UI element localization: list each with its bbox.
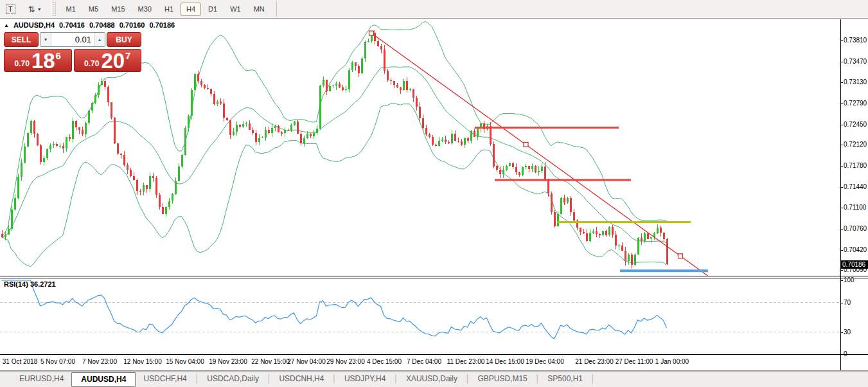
- chart-canvas[interactable]: [0, 19, 868, 371]
- tab-separator: │: [535, 374, 540, 383]
- price-axis-label: 0.71440: [844, 183, 867, 190]
- price-axis-label: 0.70420: [844, 246, 867, 253]
- time-axis-label: 22 Nov 15:00: [251, 358, 290, 365]
- rsi-bottom-border: [0, 354, 868, 355]
- time-axis-label: 5 Nov 07:00: [40, 358, 75, 365]
- rsi-axis-label: 30: [844, 328, 851, 336]
- tab-separator: │: [393, 374, 398, 383]
- price-axis-label: 0.70760: [844, 225, 867, 232]
- time-axis-label: 7 Dec 04:00: [407, 358, 441, 365]
- timeframe-button-MN[interactable]: MN: [248, 3, 270, 16]
- chart-tab-USDJPY-H4[interactable]: USDJPY,H4: [337, 373, 393, 385]
- price-axis-label: 0.73810: [844, 37, 867, 44]
- tile-windows-icon: ⇅: [28, 4, 35, 14]
- time-axis-label: 19 Dec 04:00: [526, 358, 564, 365]
- chart-tabs-bar: EURUSD,H4AUDUSD,H4USDCHF,H4│USDCAD,Daily…: [0, 371, 868, 387]
- timeframe-button-D1[interactable]: D1: [202, 3, 223, 16]
- timeframe-button-W1[interactable]: W1: [224, 3, 247, 16]
- chart-window: ▲ AUDUSD,H4 0.70416 0.70488 0.70160 0.70…: [0, 19, 868, 371]
- toolbar-end-separator: [276, 1, 277, 17]
- timeframe-button-M30[interactable]: M30: [132, 3, 157, 16]
- price-axis-label: 0.71780: [844, 162, 867, 169]
- time-axis-label: 29 Nov 23:00: [326, 358, 365, 365]
- chart-tab-GBPUSD-M15[interactable]: GBPUSD,M15: [470, 373, 535, 385]
- time-axis-label: 7 Nov 23:00: [82, 358, 117, 365]
- time-axis-label: 1 Jan 00:00: [655, 358, 689, 365]
- rsi-axis-label: 100: [844, 276, 855, 284]
- buy-price-panel[interactable]: 0.70 20 7: [74, 49, 142, 72]
- timeframe-toolbar: M1M5M15M30H1H4D1W1MN: [60, 0, 271, 19]
- chart-tab-AUDUSD-H4[interactable]: AUDUSD,H4: [71, 372, 136, 387]
- pane-splitter[interactable]: [0, 276, 868, 276]
- top-toolbar: T ⇅ ▼ M1M5M15M30H1H4D1W1MN: [0, 0, 868, 19]
- time-axis-label: 14 Dec 15:00: [486, 358, 524, 365]
- tile-windows-button[interactable]: ⇅ ▼: [24, 2, 46, 16]
- tab-separator: │: [465, 374, 470, 383]
- buy-price-prefix: 0.70: [84, 59, 99, 68]
- time-axis-label: 27 Dec 11:00: [616, 358, 653, 365]
- toolbar-separator: [51, 2, 56, 16]
- collapse-icon: ▲: [4, 22, 9, 28]
- tab-separator: │: [590, 374, 596, 383]
- sell-price-sup: 6: [56, 50, 61, 61]
- price-axis-label: 0.72450: [844, 121, 867, 128]
- buy-price-big: 20: [101, 51, 125, 71]
- timeframe-button-H4[interactable]: H4: [181, 3, 201, 16]
- bar-high: 0.70488: [89, 21, 115, 29]
- buy-price-sup: 7: [125, 50, 130, 61]
- price-axis-label: 0.73130: [844, 78, 867, 86]
- time-axis-label: 11 Dec 23:00: [447, 358, 485, 365]
- buy-button[interactable]: BUY: [107, 32, 141, 47]
- chart-tab-XAUUSD-Daily[interactable]: XAUUSD,Daily: [398, 373, 465, 385]
- bar-low: 0.70160: [120, 21, 145, 29]
- volume-input[interactable]: 0.01: [51, 33, 94, 46]
- text-tool-icon: T: [6, 4, 15, 14]
- chart-title: ▲ AUDUSD,H4 0.70416 0.70488 0.70160 0.70…: [4, 21, 175, 29]
- tab-separator: │: [195, 374, 200, 383]
- sell-price-big: 18: [31, 51, 55, 71]
- dropdown-arrow-icon: ▼: [37, 7, 42, 12]
- rsi-axis-label: 70: [844, 299, 851, 306]
- chart-tab-USDCHF-H4[interactable]: USDCHF,H4: [136, 373, 194, 385]
- sell-price-prefix: 0.70: [15, 59, 30, 68]
- tab-separator: │: [332, 374, 337, 383]
- pane-splitter-line: [0, 278, 868, 279]
- time-axis-label: 12 Nov 15:00: [123, 358, 162, 365]
- time-axis-label: 19 Nov 23:00: [209, 358, 247, 365]
- bar-open: 0.70416: [59, 21, 85, 29]
- price-axis-label: 0.71100: [844, 204, 866, 211]
- chart-tab-SP500-H1[interactable]: SP500,H1: [540, 373, 590, 385]
- sell-price-panel[interactable]: 0.70 18 6: [4, 49, 72, 72]
- one-click-trading-panel: SELL ▼ 0.01 ▲ BUY 0.70 18 6 0.70 20 7: [4, 32, 141, 72]
- timeframe-button-M1[interactable]: M1: [60, 3, 82, 16]
- sell-button[interactable]: SELL: [4, 32, 39, 47]
- current-price-badge: 0.70186: [841, 260, 868, 269]
- chart-tab-USDCAD-Daily[interactable]: USDCAD,Daily: [199, 373, 267, 385]
- volume-increase-button[interactable]: ▲: [94, 33, 105, 46]
- chart-tab-EURUSD-H4[interactable]: EURUSD,H4: [12, 373, 71, 385]
- volume-stepper: ▼ 0.01 ▲: [40, 32, 105, 47]
- time-axis-label: 15 Nov 04:00: [166, 358, 204, 365]
- chart-symbol-period: AUDUSD,H4: [13, 21, 55, 29]
- timeframe-button-H1[interactable]: H1: [159, 3, 179, 16]
- time-axis-label: 4 Dec 15:00: [367, 358, 402, 365]
- price-axis-label: 0.73470: [844, 58, 867, 65]
- rsi-indicator-label: RSI(14) 36.2721: [4, 280, 56, 288]
- price-axis-label: 0.72790: [844, 100, 867, 107]
- text-tool-button[interactable]: T: [1, 2, 20, 16]
- tab-separator: │: [267, 374, 272, 383]
- bar-close: 0.70186: [149, 21, 175, 29]
- time-axis-label: 21 Dec 23:00: [575, 358, 614, 365]
- chart-tab-USDCNH-H4[interactable]: USDCNH,H4: [271, 373, 332, 385]
- price-axis-label: 0.72120: [844, 141, 867, 148]
- time-axis-label: 31 Oct 2018: [3, 358, 37, 365]
- volume-decrease-button[interactable]: ▼: [40, 33, 51, 46]
- timeframe-button-M15[interactable]: M15: [105, 3, 130, 16]
- time-axis-label: 27 Nov 04:00: [287, 358, 326, 365]
- timeframe-button-M5[interactable]: M5: [83, 3, 104, 16]
- price-axis-border: [840, 19, 841, 370]
